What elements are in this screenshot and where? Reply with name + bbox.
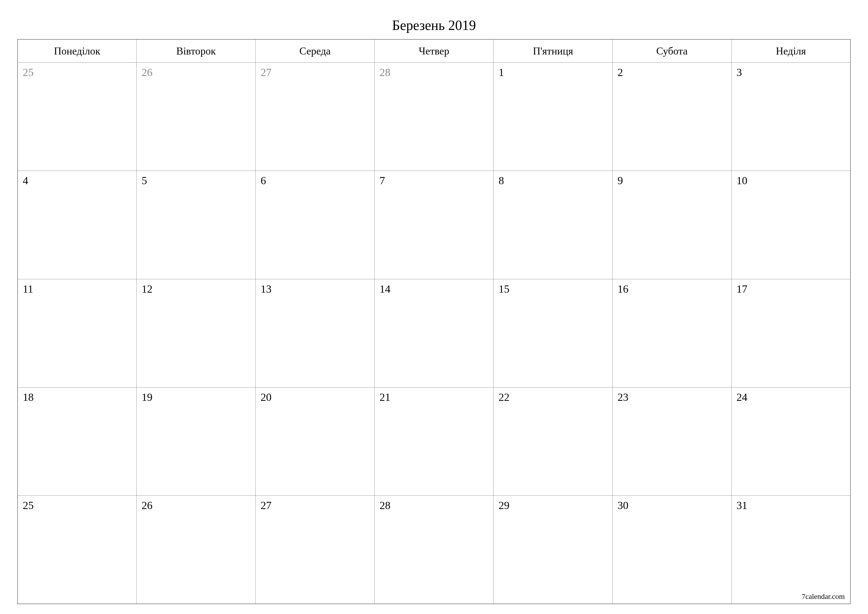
day-cell: 20 — [256, 387, 375, 496]
calendar-week-row: 25 26 27 28 29 30 31 7calendar.com — [17, 496, 851, 604]
day-cell: 9 — [612, 171, 732, 279]
weekday-header: Понеділок — [17, 39, 136, 63]
day-cell: 10 — [732, 171, 851, 279]
day-cell: 16 — [612, 279, 732, 387]
day-cell: 21 — [375, 387, 494, 496]
day-cell: 24 — [732, 387, 851, 496]
weekday-header: Неділя — [732, 39, 851, 63]
calendar-header-row: Понеділок Вівторок Середа Четвер П'ятниц… — [17, 39, 851, 63]
day-cell: 29 — [493, 496, 612, 604]
day-cell: 31 7calendar.com — [732, 496, 851, 604]
weekday-header: Середа — [256, 39, 375, 63]
calendar-week-row: 11 12 13 14 15 16 17 — [17, 279, 851, 387]
day-cell: 28 — [375, 63, 494, 171]
calendar-title: Березень 2019 — [17, 17, 851, 33]
calendar-page: Березень 2019 Понеділок Вівторок Середа … — [0, 0, 868, 614]
day-cell: 23 — [612, 387, 732, 496]
day-cell: 25 — [17, 63, 136, 171]
day-cell: 28 — [375, 496, 494, 604]
calendar-week-row: 4 5 6 7 8 9 10 — [17, 171, 851, 279]
day-cell: 12 — [136, 279, 256, 387]
day-cell: 27 — [256, 496, 375, 604]
day-cell: 4 — [17, 171, 136, 279]
day-cell: 3 — [732, 63, 851, 171]
day-cell: 13 — [256, 279, 375, 387]
calendar-week-row: 25 26 27 28 1 2 3 — [17, 63, 851, 171]
day-cell: 30 — [612, 496, 732, 604]
day-cell: 11 — [17, 279, 136, 387]
day-cell: 22 — [493, 387, 612, 496]
day-cell: 19 — [136, 387, 256, 496]
calendar-table: Понеділок Вівторок Середа Четвер П'ятниц… — [17, 39, 851, 604]
day-cell: 6 — [256, 171, 375, 279]
calendar-body: 25 26 27 28 1 2 3 4 5 6 7 8 9 10 11 12 1… — [17, 63, 851, 604]
day-cell: 7 — [375, 171, 494, 279]
weekday-header: Четвер — [375, 39, 494, 63]
day-cell: 1 — [493, 63, 612, 171]
weekday-header: Вівторок — [136, 39, 256, 63]
day-cell: 8 — [493, 171, 612, 279]
day-cell: 14 — [375, 279, 494, 387]
day-cell: 17 — [732, 279, 851, 387]
day-cell: 5 — [136, 171, 256, 279]
weekday-header: Субота — [612, 39, 732, 63]
day-cell: 26 — [136, 496, 256, 604]
day-cell: 26 — [136, 63, 256, 171]
day-cell: 2 — [612, 63, 732, 171]
day-cell: 25 — [17, 496, 136, 604]
day-number: 31 — [736, 499, 747, 511]
day-cell: 15 — [493, 279, 612, 387]
weekday-header: П'ятниця — [493, 39, 612, 63]
calendar-week-row: 18 19 20 21 22 23 24 — [17, 387, 851, 496]
day-cell: 18 — [17, 387, 136, 496]
footer-credit: 7calendar.com — [802, 592, 845, 601]
day-cell: 27 — [256, 63, 375, 171]
